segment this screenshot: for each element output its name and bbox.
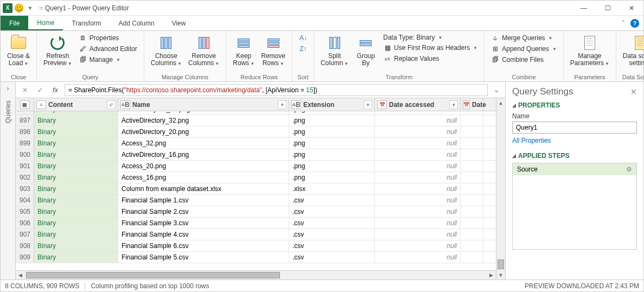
table-row[interactable]: 902BinaryAccess_16.png.pngnull [16,172,496,183]
table-row[interactable]: 901BinaryAccess_20.png.pngnull [16,161,496,172]
table-row[interactable]: 906BinaryFinancial Sample 3.csv.csvnull [16,218,496,229]
vscroll-thumb[interactable] [498,259,504,269]
cell-date-modified[interactable] [461,161,483,172]
cell-name[interactable]: Financial Sample 5.csv [118,252,289,263]
table-row[interactable]: 897BinaryActiveDirectory_32.png.pngnull [16,115,496,126]
cell-name[interactable]: ActiveDirectory_32.png [118,115,289,126]
group-by-button[interactable]: Group By [353,33,379,68]
cell-date-accessed[interactable]: null [375,138,461,149]
cell-date-accessed[interactable]: null [375,252,461,263]
cell-content[interactable]: Binary [34,195,118,206]
cell-content[interactable]: Binary [34,218,118,228]
cell-date-modified[interactable] [461,218,483,228]
cell-name[interactable]: ActiveDirectory_20.png [118,126,289,137]
all-properties-link[interactable]: All Properties [512,137,637,144]
formula-cancel-icon[interactable]: ✕ [19,84,31,96]
scroll-up-icon[interactable]: ▲ [496,98,505,107]
cell-date-accessed[interactable]: null [375,240,461,251]
row-index[interactable]: 900 [16,149,34,160]
help-icon[interactable]: ? [630,19,639,28]
cell-name[interactable]: Financial Sample 6.csv [118,240,289,251]
column-header-date-accessed[interactable]: 📅Date accessed▾ [375,98,461,111]
cell-date-accessed[interactable]: null [375,172,461,183]
cell-extension[interactable]: .csv [289,240,375,251]
expand-icon[interactable]: ⤢ [107,100,116,109]
cell-name[interactable]: ActiveDirectory_16.png [118,149,289,160]
row-index[interactable]: 899 [16,138,34,149]
properties-button[interactable]: 🗎Properties [76,33,139,43]
cell-content[interactable]: Binary [34,126,118,137]
tab-file[interactable]: File [1,16,28,30]
table-row[interactable]: 909BinaryFinancial Sample 5.csv.csvnull [16,252,496,263]
cell-date-accessed[interactable]: null [375,206,461,217]
formula-commit-icon[interactable]: ✓ [34,84,46,96]
vscroll-track[interactable] [496,107,505,270]
remove-columns-button[interactable]: Remove Columns▼ [186,33,221,68]
cell-name[interactable]: Financial Sample 2.csv [118,206,289,217]
cell-date-modified[interactable] [461,183,483,194]
minimize-button[interactable]: — [572,1,596,16]
cell-content[interactable]: Binary [34,138,118,149]
cell-extension[interactable]: .csv [289,195,375,206]
cell-date-modified[interactable] [461,229,483,240]
table-row[interactable]: 908BinaryFinancial Sample 6.csv.csvnull [16,240,496,252]
horizontal-scrollbar[interactable]: ◀ ▶ [16,270,496,280]
cell-date-accessed[interactable]: null [375,149,461,160]
table-row[interactable]: 904BinaryFinancial Sample 1.csv.csvnull [16,195,496,206]
sort-desc-button[interactable]: Z↑ [297,44,310,54]
tab-add-column[interactable]: Add Column [110,16,163,30]
table-row[interactable]: 898BinaryActiveDirectory_20.png.pngnull [16,126,496,138]
cell-name[interactable]: Financial Sample 3.csv [118,218,289,228]
grid-body[interactable]: 896BinaryAdobeAnalytics_32.png.pngnull89… [16,111,496,270]
vertical-scrollbar[interactable]: ▲ ▼ [496,98,505,280]
cell-name[interactable]: Financial Sample 1.csv [118,195,289,206]
row-index[interactable]: 908 [16,240,34,251]
cell-date-modified[interactable] [461,111,483,115]
choose-columns-button[interactable]: Choose Columns▼ [149,33,184,68]
manage-button[interactable]: 🗐Manage▼ [76,55,139,65]
cell-date-modified[interactable] [461,138,483,149]
row-index[interactable]: 897 [16,115,34,126]
cell-extension[interactable]: .xlsx [289,183,375,194]
row-index[interactable]: 907 [16,229,34,240]
cell-content[interactable]: Binary [34,240,118,251]
cell-content[interactable]: Binary [34,172,118,183]
cell-name[interactable]: Access_32.png [118,138,289,149]
keep-rows-button[interactable]: Keep Rows▼ [231,33,257,68]
data-source-settings-button[interactable]: Data source settings [621,33,644,68]
gear-icon[interactable]: ⚙ [626,166,632,173]
table-row[interactable]: 899BinaryAccess_32.png.pngnull [16,138,496,149]
scroll-right-icon[interactable]: ▶ [487,271,496,280]
column-header-date-modified[interactable]: 📅Date [461,98,483,111]
cell-extension[interactable]: .csv [289,252,375,263]
table-row[interactable]: 907BinaryFinancial Sample 4.csv.csvnull [16,229,496,240]
scroll-left-icon[interactable]: ◀ [16,271,25,280]
cell-extension[interactable]: .png [289,149,375,160]
manage-parameters-button[interactable]: Manage Parameters▼ [568,33,611,68]
cell-extension[interactable]: .png [289,111,375,115]
tab-view[interactable]: View [163,16,195,30]
cell-date-accessed[interactable]: null [375,115,461,126]
cell-content[interactable]: Binary [34,206,118,217]
remove-rows-button[interactable]: Remove Rows▼ [259,33,288,68]
cell-date-accessed[interactable]: null [375,126,461,137]
filter-icon[interactable]: ▾ [449,100,458,109]
row-index[interactable]: 903 [16,183,34,194]
scroll-down-icon[interactable]: ▼ [496,270,505,280]
hscroll-track[interactable] [25,271,487,280]
sort-asc-button[interactable]: A↓ [297,33,310,43]
cell-extension[interactable]: .csv [289,218,375,228]
step-source[interactable]: Source ⚙ [513,163,636,175]
cell-date-accessed[interactable]: null [375,229,461,240]
cell-content[interactable]: Binary [34,161,118,172]
cell-extension[interactable]: .png [289,126,375,137]
cell-extension[interactable]: .png [289,115,375,126]
cell-name[interactable]: AdobeAnalytics_32.png [118,111,289,115]
row-header-corner[interactable]: ▦ [16,98,34,111]
formula-input[interactable]: = SharePoint.Files("https://contoso.shar… [65,84,488,96]
row-index[interactable]: 906 [16,218,34,228]
tab-home[interactable]: Home [28,16,63,30]
first-row-headers-button[interactable]: ▦Use First Row as Headers▼ [381,43,480,53]
filter-icon[interactable]: ▾ [364,100,372,109]
cell-date-modified[interactable] [461,115,483,126]
